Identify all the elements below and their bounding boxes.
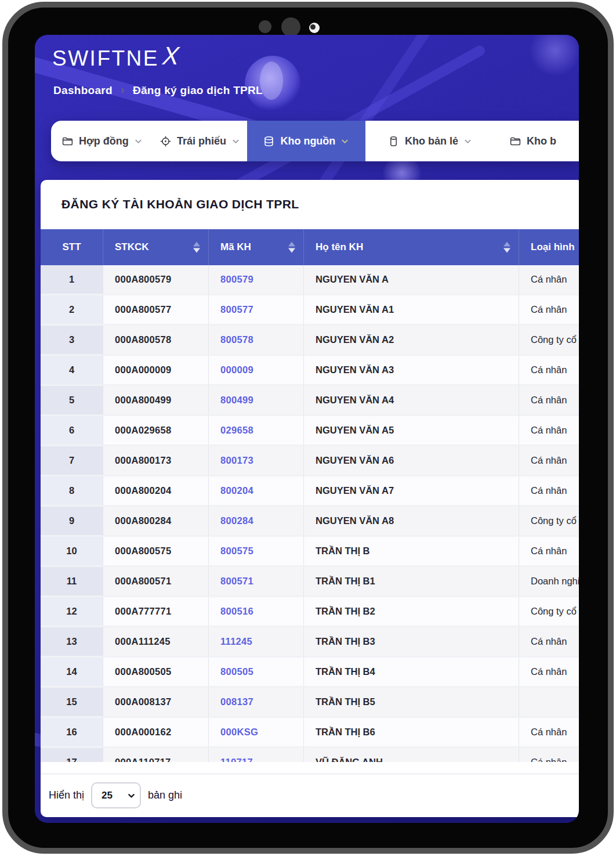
cell-stkck: 000A110717 — [103, 748, 209, 762]
camera-dot-large — [281, 17, 300, 37]
cell-hoten: NGUYEN VĂN A — [304, 265, 519, 295]
cell-stt: 9 — [41, 507, 103, 537]
cell-stkck: 000A800173 — [103, 446, 209, 476]
cell-hoten: TRẦN THỊ B4 — [304, 658, 519, 688]
cell-loaihinh — [519, 688, 579, 718]
cell-loaihinh: Cá nhân — [519, 265, 579, 295]
cell-stt: 5 — [41, 386, 103, 416]
cell-hoten: NGUYEN VĂN A1 — [304, 295, 519, 326]
customer-code-link[interactable]: 800499 — [220, 395, 253, 405]
cell-hoten: NGUYEN VĂN A3 — [304, 356, 519, 386]
customer-code-link[interactable]: 029658 — [220, 425, 253, 435]
customer-code-link[interactable]: 008137 — [220, 696, 253, 707]
tab-label: Hợp đồng — [79, 135, 129, 147]
customer-code-link[interactable]: 800578 — [220, 334, 253, 345]
cell-hoten: TRẦN THỊ B3 — [304, 627, 519, 658]
sort-arrows-icon — [288, 242, 295, 253]
tab-label: Kho nguồn — [280, 135, 335, 147]
tab-kho-nguon[interactable]: Kho nguồn — [247, 121, 366, 161]
customer-code-link[interactable]: 800575 — [220, 546, 253, 556]
cell-stkck: 000A008137 — [103, 688, 209, 718]
cell-stt: 12 — [41, 597, 103, 627]
customer-code-link[interactable]: 800173 — [220, 455, 253, 465]
cell-stkck: 000A800499 — [103, 386, 209, 416]
cell-stt: 6 — [41, 416, 103, 446]
customer-code-link[interactable]: 110717 — [220, 757, 253, 762]
page-size-select-wrap: 25 — [91, 782, 141, 808]
customer-code-link[interactable]: 000009 — [220, 364, 253, 375]
sort-arrows-icon — [503, 242, 510, 253]
cell-stt: 14 — [41, 658, 103, 688]
breadcrumb-separator-icon: › — [121, 83, 125, 96]
cell-stkck: 000A800575 — [103, 537, 209, 567]
cell-stkck: 000A800284 — [103, 507, 209, 537]
customer-code-link[interactable]: 111245 — [220, 636, 252, 646]
cell-stkck: 000A029658 — [103, 416, 209, 446]
breadcrumb-item-dashboard[interactable]: Dashboard — [53, 84, 113, 97]
customer-code-link[interactable]: 800204 — [220, 485, 253, 496]
page-size-label-suffix: bản ghi — [148, 789, 182, 801]
customer-code-link[interactable]: 000KSG — [220, 727, 258, 737]
column-header-stkck[interactable]: STKCK — [103, 229, 209, 265]
cell-stkck: 000A111245 — [103, 627, 209, 658]
content-card: ĐĂNG KÝ TÀI KHOẢN GIAO DỊCH TPRL STTSTKC… — [41, 180, 579, 817]
table-row: 1000A800579800579NGUYEN VĂN ACá nhân — [41, 265, 579, 295]
cell-stt: 13 — [41, 627, 103, 658]
page-title: ĐĂNG KÝ TÀI KHOẢN GIAO DỊCH TPRL — [41, 180, 579, 229]
cell-makh: 800173 — [209, 446, 304, 476]
cell-makh: 800579 — [209, 265, 304, 295]
table-row: 7000A800173800173NGUYEN VĂN A6Cá nhân — [41, 446, 579, 476]
cell-loaihinh: Cá nhân — [519, 416, 579, 446]
tab-hop-dong[interactable]: Hợp đồng — [51, 121, 153, 161]
cell-hoten: NGUYEN VĂN A6 — [304, 446, 519, 476]
cell-stkck: 000A800579 — [103, 265, 209, 295]
cell-makh: 800571 — [209, 567, 304, 597]
background-glow — [260, 62, 283, 100]
column-header-makh[interactable]: Mã KH — [209, 229, 304, 265]
table-row: 8000A800204800204NGUYEN VĂN A7Cá nhân — [41, 476, 579, 507]
cylinder-icon — [387, 135, 400, 147]
customer-code-link[interactable]: 800284 — [220, 515, 253, 526]
tab-kho-ban-le[interactable]: Kho bản lẻ — [365, 121, 494, 161]
cell-stt: 1 — [41, 265, 103, 295]
table-viewport: STTSTKCKMã KHHọ tên KHLoại hình 1000A800… — [41, 229, 579, 762]
tab-trai-phieu[interactable]: Trái phiếu — [153, 121, 247, 161]
column-header-hoten[interactable]: Họ tên KH — [304, 229, 519, 265]
cell-makh: 800577 — [209, 295, 304, 326]
database-icon — [263, 135, 275, 147]
table-row: 3000A800578800578NGUYEN VĂN A2Công ty cổ… — [41, 326, 579, 356]
cell-loaihinh: Doanh nghiệp — [519, 567, 579, 597]
customer-code-link[interactable]: 800579 — [220, 274, 253, 284]
customer-code-link[interactable]: 800505 — [220, 666, 253, 677]
cell-hoten: NGUYEN VĂN A7 — [304, 476, 519, 507]
cell-stt: 17 — [41, 748, 103, 762]
cell-stt: 4 — [41, 356, 103, 386]
cell-stkck: 000A800204 — [103, 476, 209, 507]
sort-arrows-icon — [193, 242, 200, 253]
cell-makh: 110717 — [209, 748, 304, 762]
page-size-label-prefix: Hiển thị — [49, 789, 84, 801]
cell-stt: 16 — [41, 718, 103, 748]
cell-makh: 800575 — [209, 537, 304, 567]
breadcrumb: Dashboard › Đăng ký giao dịch TPRL — [53, 84, 263, 97]
cell-stt: 11 — [41, 567, 103, 597]
cell-stt: 2 — [41, 295, 103, 326]
cell-loaihinh: Cá nhân — [519, 718, 579, 748]
page-size-select[interactable]: 25 — [91, 782, 141, 808]
column-header-loaihinh[interactable]: Loại hình — [519, 229, 579, 265]
table-row: 11000A800571800571TRẦN THỊ B1Doanh nghiệ… — [41, 567, 579, 597]
tab-kho-b[interactable]: Kho b — [494, 121, 579, 161]
folder-icon — [509, 135, 521, 147]
cell-loaihinh: Cá nhân — [519, 627, 579, 658]
camera-dot-small — [259, 20, 271, 33]
customer-code-link[interactable]: 800577 — [220, 304, 253, 315]
customer-code-link[interactable]: 800571 — [220, 576, 253, 586]
table-row: 10000A800575800575TRẦN THỊ BCá nhân — [41, 537, 579, 567]
tab-label: Kho bản lẻ — [405, 135, 458, 147]
table-row: 16000A000162000KSGTRẦN THỊ B6Cá nhân — [41, 718, 579, 748]
cell-loaihinh: Công ty cổ phần — [519, 597, 579, 627]
chevron-down-icon — [340, 137, 349, 146]
customer-code-link[interactable]: 800516 — [220, 606, 253, 616]
folder-icon — [61, 135, 74, 147]
cell-hoten: NGUYEN VĂN A8 — [304, 507, 519, 537]
